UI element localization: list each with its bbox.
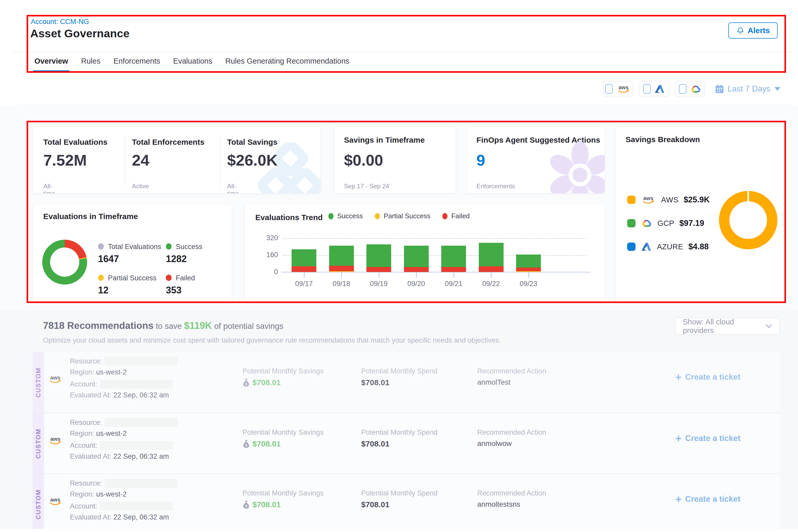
gridline-y320 — [283, 238, 587, 239]
gridline-y160 — [283, 255, 587, 256]
potential-monthly-spend-value: $708.01 — [361, 500, 390, 509]
potential-monthly-spend-label: Potential Monthly Spend — [361, 367, 438, 375]
tab-bar: OverviewRulesEnforcementsEvaluationsRule… — [34, 57, 349, 72]
cloud-provider-toggles: aws — [603, 81, 705, 97]
stat-value: 24 — [132, 151, 149, 169]
create-ticket-button[interactable]: +Create a ticket — [676, 434, 740, 443]
detail-label: Evaluated At: — [70, 513, 111, 521]
detail-label: Resource: — [70, 419, 102, 426]
x-axis-tick-label: 09/23 — [510, 280, 547, 288]
detail-region-: Region: us-west-2 — [70, 490, 127, 498]
breakdown-legend-azure: AZURE$4.88 — [627, 240, 708, 254]
trend-bar-09-18[interactable] — [329, 246, 354, 272]
legend-value: 1647 — [98, 253, 161, 264]
y-axis-tick-label: 160 — [259, 251, 278, 259]
detail-label: Account: — [70, 380, 97, 388]
x-axis-tick — [528, 272, 529, 278]
heading-mid: to save — [156, 322, 182, 331]
provider-toggle-aws[interactable]: aws — [603, 81, 633, 97]
svg-text:aws: aws — [50, 436, 60, 442]
svg-text:aws: aws — [643, 195, 653, 201]
detail-label: Resource: — [70, 357, 102, 365]
totals-card: Total Evaluations7.52MAll-timeTotal Enfo… — [33, 127, 321, 193]
custom-tag-badge: CUSTOM — [33, 352, 44, 413]
tab-rules[interactable]: Rules — [81, 57, 100, 72]
trend-bar-09-23[interactable] — [516, 254, 541, 272]
stat-caption: All-time — [227, 183, 239, 193]
tab-rules-generating-recommendations[interactable]: Rules Generating Recommendations — [225, 57, 349, 72]
azure-checkbox[interactable] — [643, 84, 651, 94]
breadcrumb-account-link[interactable]: Account: CCM-NG — [31, 18, 89, 26]
create-ticket-button[interactable]: +Create a ticket — [676, 494, 740, 504]
savings-breakdown-donut-chart[interactable] — [719, 191, 777, 249]
aws-icon: aws — [48, 436, 63, 445]
provider-name: AZURE — [657, 243, 683, 251]
recommendations-section: 7818 Recommendations to save $119K of po… — [0, 310, 798, 529]
alerts-button[interactable]: Alerts — [728, 22, 778, 39]
savings-timeframe-title: Savings in Timeframe — [344, 136, 425, 145]
tab-evaluations[interactable]: Evaluations — [173, 57, 212, 72]
tab-overview[interactable]: Overview — [34, 57, 68, 72]
detail-label: Region: — [70, 430, 94, 437]
provider-toggle-gcp[interactable] — [675, 81, 705, 97]
custom-tag-badge: CUSTOM — [33, 413, 44, 474]
stat-divider — [125, 136, 126, 186]
detail-account-: Account: — [70, 441, 173, 450]
evaluations-trend-chart[interactable]: 016032009/1709/1809/1909/2009/2109/2209/… — [245, 204, 605, 302]
recommendation-row[interactable]: CUSTOMawsResource:Region: us-west-2Accou… — [33, 413, 780, 474]
bar-segment — [479, 266, 504, 272]
provider-savings-value: $97.19 — [679, 218, 704, 228]
recommendation-row[interactable]: CUSTOMawsResource:Region: us-west-2Accou… — [33, 474, 780, 529]
evaluations-donut-chart[interactable] — [42, 240, 87, 285]
recommended-action-label: Recommended Action — [477, 489, 546, 497]
tab-enforcements[interactable]: Enforcements — [113, 57, 160, 72]
provider-toggle-azure[interactable] — [639, 81, 669, 97]
aws-checkbox[interactable] — [605, 84, 613, 94]
detail-region-: Region: us-west-2 — [70, 368, 127, 376]
trend-bar-09-19[interactable] — [366, 244, 391, 272]
gcp-icon — [690, 85, 701, 93]
redacted-value — [100, 380, 173, 388]
potential-monthly-spend-label: Potential Monthly Spend — [361, 429, 438, 437]
eval-legend-failed: Failed353 — [166, 274, 195, 296]
legend-color-chip — [627, 219, 635, 227]
stat-divider — [220, 136, 221, 186]
trend-bar-09-20[interactable] — [404, 246, 429, 272]
trend-bar-09-21[interactable] — [441, 246, 466, 272]
date-range-label: Last 7 Days — [727, 84, 771, 94]
x-axis-tick-label: 09/18 — [323, 280, 360, 288]
custom-tag-badge: CUSTOM — [33, 474, 44, 529]
bar-segment — [516, 271, 541, 272]
finops-actions-title: FinOps Agent Suggested Actions — [476, 136, 600, 145]
trend-bar-09-17[interactable] — [291, 249, 316, 272]
bar-segment — [404, 246, 429, 267]
bell-icon — [736, 26, 744, 35]
detail-label: Region: — [70, 490, 94, 498]
recommendations-heading: 7818 Recommendations to save $119K of po… — [43, 320, 283, 331]
stat-caption: All-time — [43, 183, 55, 193]
date-range-picker[interactable]: Last 7 Days — [715, 84, 780, 94]
svg-text:aws: aws — [619, 84, 628, 90]
finops-actions-caption: Enforcements — [476, 183, 515, 190]
row-provider-logo: aws — [48, 375, 63, 385]
stat-value: 7.52M — [43, 151, 87, 169]
plus-icon: + — [676, 373, 681, 381]
legend-label: Partial Success — [98, 274, 156, 282]
bar-segment — [441, 246, 466, 267]
trend-bar-09-22[interactable] — [479, 243, 504, 272]
svg-text:$: $ — [245, 443, 247, 447]
detail-label: Region: — [70, 368, 94, 376]
detail-evaluated-at-: Evaluated At: 22 Sep, 06:32 am — [70, 453, 169, 460]
bar-segment — [404, 267, 429, 272]
provider-savings-value: $4.88 — [688, 242, 709, 251]
bar-segment — [329, 266, 354, 271]
x-axis-tick-label: 09/22 — [473, 280, 509, 288]
detail-value: 22 Sep, 06:32 am — [113, 391, 169, 399]
recommended-action-value: anmolwow — [477, 439, 512, 448]
create-ticket-button[interactable]: +Create a ticket — [676, 373, 740, 382]
legend-dot-icon — [98, 274, 104, 281]
cloud-provider-filter-dropdown[interactable]: Show: All cloud providers — [675, 318, 780, 335]
legend-value: 12 — [98, 285, 156, 296]
recommendation-row[interactable]: CUSTOMawsResource:Region: us-west-2Accou… — [33, 352, 780, 413]
gcp-checkbox[interactable] — [679, 84, 687, 94]
